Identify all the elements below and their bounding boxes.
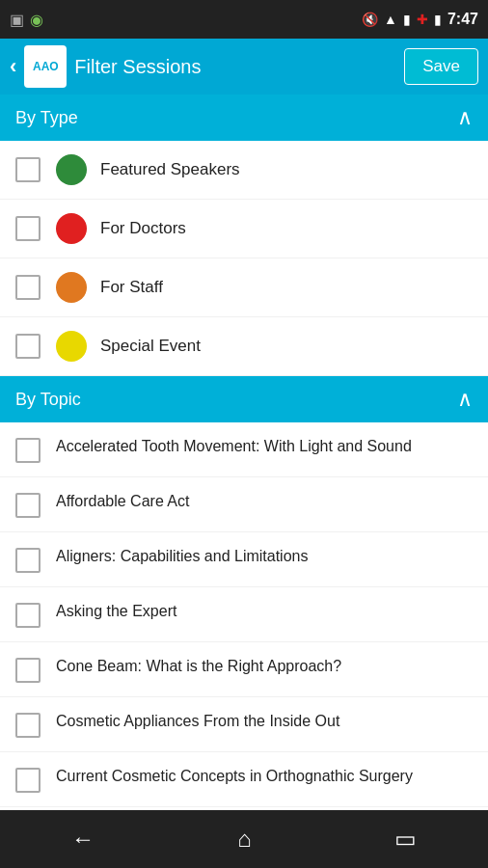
topic-item-2[interactable]: Aligners: Capabilities and Limitations xyxy=(0,532,488,587)
topic-checkbox-6[interactable] xyxy=(15,768,41,793)
for-staff-dot xyxy=(56,272,87,303)
for-staff-checkbox[interactable] xyxy=(15,275,41,300)
for-doctors-dot xyxy=(56,213,87,244)
back-nav-icon[interactable]: ← xyxy=(71,826,95,853)
topic-checkbox-3[interactable] xyxy=(15,603,41,628)
bottom-nav: ← ⌂ ▭ xyxy=(0,810,488,868)
status-bar-left: ▣ ◉ xyxy=(10,11,43,29)
topic-checkbox-4[interactable] xyxy=(15,658,41,683)
topic-label-4: Cone Beam: What is the Right Approach? xyxy=(56,656,341,677)
save-button[interactable]: Save xyxy=(404,48,478,85)
topic-item-1[interactable]: Affordable Care Act xyxy=(0,477,488,532)
topic-item-4[interactable]: Cone Beam: What is the Right Approach? xyxy=(0,642,488,697)
back-icon[interactable]: ‹ xyxy=(10,54,16,79)
topic-label-3: Asking the Expert xyxy=(56,601,176,622)
topic-checkbox-0[interactable] xyxy=(15,438,41,463)
by-topic-chevron-icon: ∧ xyxy=(457,387,473,412)
filter-item-for-staff[interactable]: For Staff xyxy=(0,258,488,317)
featured-speakers-label: Featured Speakers xyxy=(100,160,240,179)
wifi-icon: ▲ xyxy=(384,12,397,27)
by-type-header[interactable]: By Type ∧ xyxy=(0,95,488,141)
mute-icon: 🔇 xyxy=(362,12,378,27)
topic-checkbox-2[interactable] xyxy=(15,548,41,573)
battery-icon: ▮ xyxy=(434,12,442,27)
status-bar: ▣ ◉ 🔇 ▲ ▮ ✚ ▮ 7:47 xyxy=(0,0,488,39)
filter-item-for-doctors[interactable]: For Doctors xyxy=(0,200,488,258)
status-time: 7:47 xyxy=(447,11,478,28)
by-topic-list: Accelerated Tooth Movement: With Light a… xyxy=(0,422,488,862)
by-type-list: Featured Speakers For Doctors For Staff … xyxy=(0,141,488,376)
special-event-dot xyxy=(56,331,87,362)
nav-bar: ‹ AAO Filter Sessions Save xyxy=(0,39,488,95)
filter-item-special-event[interactable]: Special Event xyxy=(0,317,488,376)
status-bar-right: 🔇 ▲ ▮ ✚ ▮ 7:47 xyxy=(362,11,478,28)
topic-item-5[interactable]: Cosmetic Appliances From the Inside Out xyxy=(0,697,488,752)
home-nav-icon[interactable]: ⌂ xyxy=(237,826,252,853)
nav-left: ‹ AAO Filter Sessions xyxy=(10,45,201,88)
topic-checkbox-5[interactable] xyxy=(15,713,41,738)
special-event-checkbox[interactable] xyxy=(15,334,41,359)
for-staff-label: For Staff xyxy=(100,278,163,297)
by-type-label: By Type xyxy=(15,108,78,128)
topic-checkbox-1[interactable] xyxy=(15,493,41,518)
topic-label-1: Affordable Care Act xyxy=(56,491,189,512)
for-doctors-label: For Doctors xyxy=(100,219,186,238)
special-event-label: Special Event xyxy=(100,337,201,356)
featured-speakers-dot xyxy=(56,154,87,185)
topic-label-0: Accelerated Tooth Movement: With Light a… xyxy=(56,436,412,457)
recent-nav-icon[interactable]: ▭ xyxy=(394,826,417,853)
android-icon: ◉ xyxy=(30,11,43,29)
featured-speakers-checkbox[interactable] xyxy=(15,157,41,182)
topic-item-3[interactable]: Asking the Expert xyxy=(0,587,488,642)
alert-icon: ✚ xyxy=(417,12,428,27)
logo-text: AAO xyxy=(33,60,59,73)
topic-label-6: Current Cosmetic Concepts in Orthognathi… xyxy=(56,766,413,787)
by-topic-header[interactable]: By Topic ∧ xyxy=(0,376,488,422)
battery-charging-icon: ▮ xyxy=(403,12,411,27)
screenshot-icon: ▣ xyxy=(10,11,24,29)
topic-label-2: Aligners: Capabilities and Limitations xyxy=(56,546,308,567)
by-topic-label: By Topic xyxy=(15,390,81,410)
for-doctors-checkbox[interactable] xyxy=(15,216,41,241)
nav-logo: AAO xyxy=(24,45,67,88)
by-type-chevron-icon: ∧ xyxy=(457,105,473,130)
filter-item-featured-speakers[interactable]: Featured Speakers xyxy=(0,141,488,200)
topic-item-6[interactable]: Current Cosmetic Concepts in Orthognathi… xyxy=(0,752,488,807)
topic-item-0[interactable]: Accelerated Tooth Movement: With Light a… xyxy=(0,422,488,477)
topic-label-5: Cosmetic Appliances From the Inside Out xyxy=(56,711,339,732)
nav-title: Filter Sessions xyxy=(74,56,201,78)
